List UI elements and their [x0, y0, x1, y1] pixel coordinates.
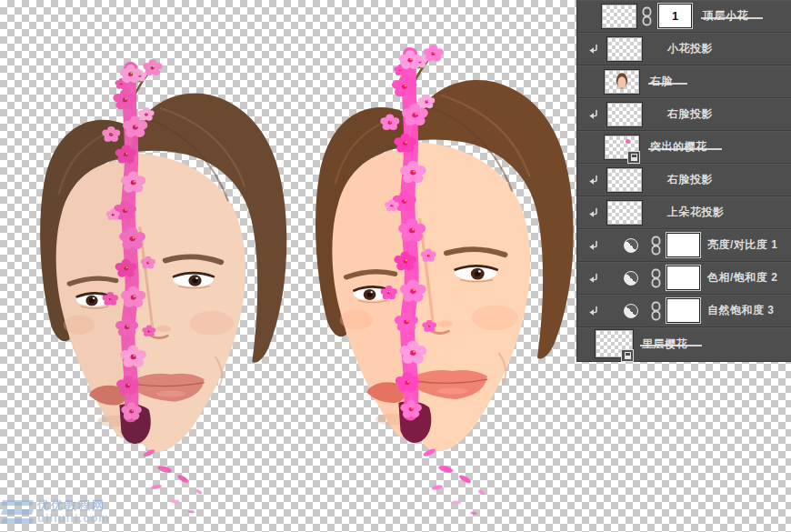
link-icon[interactable]	[651, 301, 661, 321]
adjustment-layer-icon[interactable]	[624, 304, 638, 318]
layer-mask-thumbnail[interactable]	[666, 298, 700, 323]
layer-thumbnail[interactable]	[607, 201, 642, 225]
layer-thumbnail[interactable]	[605, 136, 639, 159]
adjustment-layer-icon[interactable]	[624, 271, 638, 286]
link-icon[interactable]	[651, 268, 661, 288]
layer-mask-thumbnail[interactable]: 1	[658, 4, 692, 28]
layer-thumbnail[interactable]	[607, 37, 642, 61]
layer-row[interactable]: 右脸投影	[577, 164, 791, 196]
link-icon[interactable]	[642, 6, 652, 26]
layer-thumbnail[interactable]	[605, 70, 639, 94]
layer-name[interactable]: 右脸投影	[667, 172, 713, 187]
layer-name[interactable]: 里层樱花	[642, 336, 687, 352]
layer-mask-thumbnail[interactable]	[666, 266, 700, 290]
layer-mask-thumbnail[interactable]	[666, 233, 700, 257]
clipping-mask-icon	[588, 43, 600, 55]
smart-object-badge	[621, 349, 634, 362]
composite-face-left	[22, 58, 298, 524]
layer-row[interactable]: 色相/饱和度 2	[577, 262, 791, 295]
layer-row[interactable]: 突出的樱花	[577, 131, 791, 164]
layer-row[interactable]: 1顶层小花	[577, 0, 791, 33]
layer-name[interactable]: 右脸	[650, 74, 673, 89]
link-icon[interactable]	[651, 236, 661, 256]
layers-panel: 1顶层小花小花投影右脸右脸投影突出的樱花右脸投影上朵花投影亮度/对比度 1色相/…	[576, 0, 791, 362]
thumbnail-pink-content	[626, 139, 630, 144]
clipping-mask-icon	[588, 239, 600, 252]
layer-name[interactable]: 突出的樱花	[650, 139, 707, 155]
smart-object-badge	[627, 151, 640, 164]
layer-row[interactable]: 亮度/对比度 1	[577, 229, 791, 262]
layer-row[interactable]: 右脸	[577, 65, 791, 98]
layer-name[interactable]: 色相/饱和度 2	[707, 270, 777, 286]
layer-row[interactable]: 右脸投影	[577, 98, 791, 131]
layer-row[interactable]: 里层樱花	[577, 327, 791, 360]
clipping-mask-icon	[588, 108, 600, 121]
layer-thumbnail[interactable]	[607, 168, 642, 192]
layer-thumbnail[interactable]	[596, 330, 633, 357]
layer-row[interactable]: 上朵花投影	[577, 196, 791, 229]
layer-row[interactable]: 小花投影	[577, 33, 791, 65]
layer-thumbnail[interactable]	[602, 5, 636, 28]
layer-name[interactable]: 右脸投影	[667, 106, 713, 122]
layer-name[interactable]: 亮度/对比度 1	[707, 237, 777, 253]
clipping-mask-icon	[588, 174, 600, 186]
clipping-mask-icon	[588, 206, 600, 219]
layer-name[interactable]: 顶层小花	[703, 8, 748, 24]
layer-name[interactable]: 小花投影	[667, 41, 713, 56]
clipping-mask-icon	[588, 305, 600, 317]
adjustment-layer-icon[interactable]	[624, 238, 638, 253]
layer-row[interactable]: 自然饱和度 3	[577, 295, 791, 327]
layer-name[interactable]: 自然饱和度 3	[707, 303, 775, 318]
clipping-mask-icon	[588, 272, 600, 285]
layer-thumbnail[interactable]	[607, 103, 642, 126]
layer-name[interactable]: 上朵花投影	[667, 205, 725, 220]
composite-face-right	[296, 44, 586, 526]
